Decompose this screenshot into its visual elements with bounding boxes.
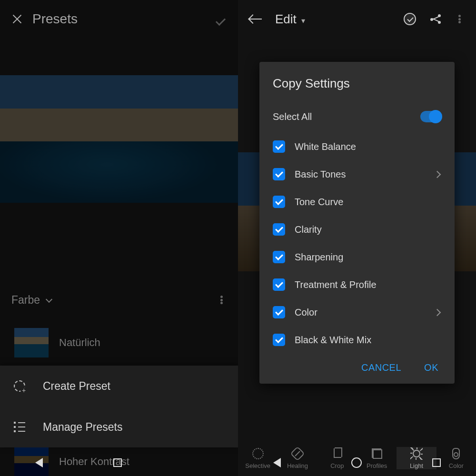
profiles-icon [372,448,382,459]
chevron-right-icon[interactable] [435,171,441,178]
tool-color[interactable]: Color [436,447,476,469]
crop-icon [332,448,342,459]
setting-row[interactable]: Color [273,298,441,326]
review-icon[interactable] [404,13,416,25]
preset-label: Hoher Kontrast [59,456,129,468]
setting-label: Sharpening [295,252,441,263]
preset-label: Natürlich [59,337,100,349]
setting-label: Basic Tones [295,169,435,180]
select-all-label: Select All [273,111,420,122]
preset-action-sheet: Create Preset Manage Presets [0,366,238,447]
setting-row[interactable]: Sharpening [273,243,441,271]
select-all-toggle[interactable] [420,111,441,122]
setting-label: Treatment & Profile [295,279,441,290]
create-preset-item[interactable]: Create Preset [0,366,238,407]
edit-toolbar: Selective Healing Crop Profiles Light Co… [238,440,476,476]
select-all-row[interactable]: Select All [273,104,441,129]
setting-label: Black & White Mix [295,335,441,346]
preset-item-peek[interactable]: Hoher Kontrast [14,447,129,476]
preset-group-row[interactable]: Farbe [0,286,238,314]
setting-row[interactable]: Black & White Mix [273,326,441,354]
setting-label: White Balance [295,141,441,152]
edit-topbar: Edit ▾ [238,0,476,38]
ok-button[interactable]: OK [424,362,438,373]
tool-label: Light [410,462,423,469]
tool-profiles[interactable]: Profiles [357,447,397,469]
checkbox[interactable] [273,196,285,208]
cancel-button[interactable]: CANCEL [361,362,401,373]
setting-label: Tone Curve [295,197,441,208]
copy-settings-dialog: Copy Settings Select All White Balance B… [259,62,455,384]
color-icon [452,448,460,459]
tool-label: Crop [330,462,344,469]
preset-list: Natürlich [0,324,238,362]
manage-presets-icon [12,420,27,434]
tool-label: Profiles [367,462,387,469]
overflow-icon[interactable] [454,14,465,24]
setting-row[interactable]: Basic Tones [273,160,441,188]
create-preset-label: Create Preset [43,380,110,393]
preset-item[interactable]: Natürlich [0,324,238,362]
tool-light[interactable]: Light [397,447,436,469]
tool-healing[interactable]: Healing [278,447,317,469]
back-icon[interactable] [249,13,262,25]
tool-selective[interactable]: Selective [238,447,278,469]
caret-down-icon: ▾ [301,17,305,25]
tool-label: Selective [245,462,270,469]
checkbox[interactable] [273,306,285,318]
checkbox[interactable] [273,334,285,346]
dialog-title: Copy Settings [273,76,441,91]
checkbox[interactable] [273,278,285,291]
preset-thumb [14,328,49,357]
presets-screen: Presets Farbe Natürlich Create Preset Ma… [0,0,238,476]
tool-label: Color [449,462,464,469]
setting-label: Color [295,307,435,318]
preview-image [0,75,238,203]
close-icon[interactable] [11,13,23,25]
confirm-icon[interactable] [213,12,227,26]
preset-thumb [14,447,49,476]
share-icon[interactable] [429,13,441,25]
tool-label: Healing [287,462,308,469]
manage-presets-label: Manage Presets [43,421,122,434]
light-icon [410,447,423,460]
setting-row[interactable]: Treatment & Profile [273,271,441,298]
checkbox[interactable] [273,168,285,180]
setting-row[interactable]: Tone Curve [273,188,441,216]
tool-crop[interactable]: Crop [317,447,357,469]
chevron-down-icon [46,296,53,304]
selective-icon [252,448,264,459]
preset-group-name: Farbe [11,294,40,307]
checkbox[interactable] [273,223,285,236]
checkbox[interactable] [273,140,285,153]
dialog-actions: CANCEL OK [273,354,441,375]
edit-menu[interactable]: Edit ▾ [275,12,305,27]
create-preset-icon [12,379,27,393]
chevron-right-icon[interactable] [435,309,441,316]
more-icon[interactable] [216,295,227,305]
setting-row[interactable]: White Balance [273,133,441,160]
setting-row[interactable]: Clarity [273,216,441,243]
checkbox[interactable] [273,251,285,263]
manage-presets-item[interactable]: Manage Presets [0,407,238,447]
healing-icon [290,446,305,461]
edit-title: Edit [275,12,297,26]
setting-label: Clarity [295,224,441,235]
